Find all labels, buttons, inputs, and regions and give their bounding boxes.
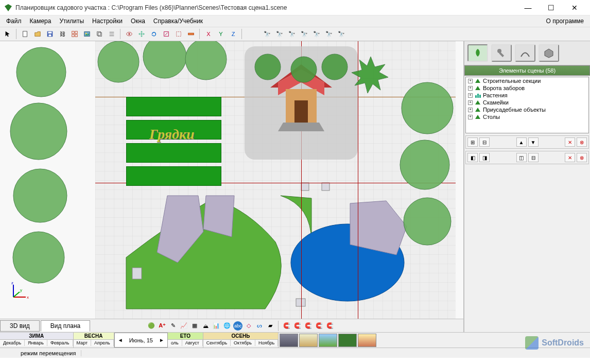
magnet-2-icon[interactable]: 🧲 xyxy=(293,321,302,331)
date-control[interactable]: ◄ Июнь, 15 ► xyxy=(114,333,168,348)
menu-utilities[interactable]: Утилиты xyxy=(55,16,88,26)
remove-icon[interactable]: ✕ xyxy=(565,153,575,162)
thumb-1[interactable] xyxy=(280,334,298,347)
tree-down-icon[interactable]: ▼ xyxy=(528,137,539,147)
date-prev-icon[interactable]: ◄ xyxy=(117,337,124,343)
list-icon[interactable] xyxy=(106,28,117,40)
axis-z-button[interactable]: Z xyxy=(228,28,239,40)
magnet-1-icon[interactable]: 🧲 xyxy=(282,321,291,331)
line-chart-icon[interactable]: 📈 xyxy=(179,321,188,331)
month[interactable]: Август xyxy=(182,340,203,346)
pointer-tool[interactable] xyxy=(2,28,13,40)
binoculars-1-icon[interactable]: 🔭 xyxy=(262,28,273,40)
measure-icon[interactable] xyxy=(185,28,197,40)
month[interactable]: Апрель xyxy=(91,340,114,346)
svg-rect-5 xyxy=(72,31,74,33)
magnet-4-icon[interactable]: 🧲 xyxy=(315,321,324,331)
shape-icon[interactable]: ◇ xyxy=(244,321,253,331)
statusbar: режим перемещения xyxy=(0,348,590,358)
tree-item[interactable]: +Столы xyxy=(466,113,588,120)
close-button[interactable]: ✕ xyxy=(563,1,586,15)
axis-x-button[interactable]: X xyxy=(203,28,214,40)
open-file-icon[interactable] xyxy=(32,28,43,40)
tree-item[interactable]: +Растения xyxy=(466,92,588,99)
binoculars-3-icon[interactable]: 🔭 xyxy=(286,28,298,40)
thumb-5[interactable] xyxy=(358,334,376,347)
pencil-icon[interactable]: ✎ xyxy=(168,321,178,331)
month[interactable]: Февраль xyxy=(47,340,73,346)
align-left-icon[interactable]: ◧ xyxy=(467,153,478,162)
magnet-3-icon[interactable]: 🧲 xyxy=(304,321,313,331)
month[interactable]: Март xyxy=(74,340,92,346)
thumb-2[interactable] xyxy=(299,334,318,347)
terrain-icon[interactable]: ⛰ xyxy=(201,321,210,331)
move-icon[interactable] xyxy=(136,28,147,40)
tree-up-icon[interactable]: ▲ xyxy=(516,137,527,147)
fill-icon[interactable]: ▰ xyxy=(266,321,275,331)
binoculars-6-icon[interactable]: 🔭 xyxy=(323,28,335,40)
month[interactable]: Январь xyxy=(25,340,47,346)
center-v-icon[interactable]: ⊟ xyxy=(528,153,539,162)
menu-file[interactable]: Файл xyxy=(2,16,26,26)
delete-icon[interactable]: ✕ xyxy=(565,137,575,147)
binoculars-7-icon[interactable]: 🔭 xyxy=(336,28,347,40)
tab-3d-view[interactable]: 3D вид xyxy=(0,320,40,332)
menu-settings[interactable]: Настройки xyxy=(88,16,127,26)
image-icon[interactable] xyxy=(81,28,93,40)
tab-tools[interactable] xyxy=(491,44,512,62)
center-h-icon[interactable]: ◫ xyxy=(516,153,527,162)
tree-item[interactable]: +Приусадебные объекты xyxy=(466,106,588,113)
expand-all-icon[interactable]: ⊞ xyxy=(467,137,478,147)
grid-icon[interactable] xyxy=(69,28,80,40)
eye-icon[interactable] xyxy=(124,28,135,40)
menu-help[interactable]: Справка/Учебник xyxy=(149,16,207,26)
thumb-4[interactable] xyxy=(338,334,357,347)
binoculars-2-icon[interactable]: 🔭 xyxy=(274,28,285,40)
thumb-3[interactable] xyxy=(319,334,337,347)
save-icon[interactable] xyxy=(44,28,56,40)
globe-icon[interactable]: 🌐 xyxy=(222,321,232,331)
collapse-all-icon[interactable]: ⊟ xyxy=(479,137,490,147)
tree-item[interactable]: +Ворота заборов xyxy=(466,84,588,92)
green-dot-icon[interactable]: 🟢 xyxy=(147,321,156,331)
new-file-icon[interactable] xyxy=(20,28,31,40)
delete-all-icon[interactable]: ⊗ xyxy=(577,137,587,147)
scene-tree[interactable]: +Строительные секции +Ворота заборов +Ра… xyxy=(465,77,589,133)
month[interactable]: Октябрь xyxy=(231,340,255,346)
select-rect-icon[interactable] xyxy=(173,28,184,40)
month[interactable]: Ноябрь xyxy=(255,340,278,346)
menu-camera[interactable]: Камера xyxy=(26,16,56,26)
align-right-icon[interactable]: ◨ xyxy=(479,153,490,162)
link-icon[interactable]: ⛓ xyxy=(57,28,68,40)
rotate-icon[interactable] xyxy=(148,28,160,40)
svg-point-41 xyxy=(400,140,449,189)
chart-icon[interactable]: 📊 xyxy=(212,321,221,331)
tab-paths[interactable] xyxy=(515,44,535,62)
timeline[interactable]: ЗИМА ДекабрьЯнварьФевраль ВЕСНА МартАпре… xyxy=(0,332,590,348)
clear-icon[interactable]: ⊗ xyxy=(577,153,587,162)
scale-icon[interactable] xyxy=(161,28,172,40)
month[interactable]: Декабрь xyxy=(0,340,25,346)
tree-item[interactable]: +Строительные секции xyxy=(466,77,588,84)
tab-plan-view[interactable]: Вид плана xyxy=(41,320,91,332)
axis-y-button[interactable]: Y xyxy=(215,28,227,40)
abc-icon[interactable]: abc xyxy=(233,321,242,331)
menu-windows[interactable]: Окна xyxy=(127,16,149,26)
layers-icon[interactable] xyxy=(94,28,105,40)
month[interactable]: оль xyxy=(168,340,182,346)
tab-objects[interactable] xyxy=(539,44,559,62)
date-next-icon[interactable]: ► xyxy=(158,337,165,343)
lasso-icon[interactable]: ᔕ xyxy=(255,321,264,331)
tab-plants[interactable] xyxy=(467,44,488,62)
viewport[interactable]: Грядки xyxy=(0,41,464,332)
binoculars-4-icon[interactable]: 🔭 xyxy=(299,28,310,40)
binoculars-5-icon[interactable]: 🔭 xyxy=(311,28,322,40)
maximize-button[interactable]: ☐ xyxy=(540,1,563,15)
grid-small-icon[interactable]: ▦ xyxy=(190,321,199,331)
magnet-5-icon[interactable]: 🧲 xyxy=(325,321,335,331)
text-tool-icon[interactable]: A⁺ xyxy=(158,321,167,331)
month[interactable]: Сентябрь xyxy=(203,340,231,346)
menu-about[interactable]: О программе xyxy=(542,16,588,26)
minimize-button[interactable]: — xyxy=(516,1,540,15)
tree-item[interactable]: +Скамейки xyxy=(466,99,588,106)
